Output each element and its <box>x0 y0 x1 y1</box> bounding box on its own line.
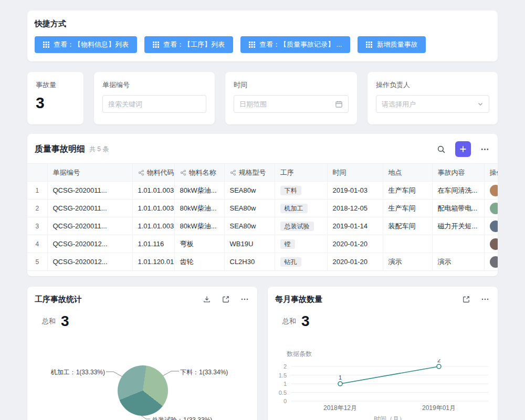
cell: 1.01.120.01 <box>132 253 174 271</box>
filter-row: 事故量 3 单据编号 时间 操作负责人 <box>27 72 498 124</box>
cell-operator <box>484 235 498 253</box>
doc-filter-card: 单据编号 <box>94 72 215 124</box>
table-row[interactable]: 5QCSG-2020012...1.01.120.01齿轮CL2H30钻孔202… <box>27 253 498 271</box>
column-header-label: 操作负责人 <box>490 168 498 177</box>
svg-text:0: 0 <box>284 398 287 404</box>
svg-text:2018年12月: 2018年12月 <box>323 404 357 412</box>
column-header-label: 地点 <box>388 168 402 177</box>
calendar-icon[interactable] <box>335 100 343 108</box>
shortcut-button-label: 查看：【物料信息】列表 <box>54 40 129 49</box>
process-tag: 钻孔 <box>280 257 301 267</box>
grid-icon <box>153 41 159 48</box>
cell-operator <box>484 200 498 217</box>
shortcut-button[interactable]: 查看：【工序】列表 <box>144 36 233 53</box>
pie-chart-card: 工序事故统计 总和 3 机加工：1(33.33%) 下料： <box>27 287 257 420</box>
cell: 装配车间 <box>383 217 432 235</box>
column-header[interactable]: 操作负责人 <box>484 164 498 182</box>
avatar <box>490 185 498 196</box>
download-button[interactable] <box>202 294 212 304</box>
cell <box>432 235 484 253</box>
expand-button[interactable] <box>461 294 471 304</box>
cell: 配电箱带电... <box>432 200 484 217</box>
line-total-row: 总和 3 <box>282 314 490 329</box>
table-body: 1QCSG-2020011...1.01.01.00380kW柴油...SEA8… <box>27 182 498 271</box>
doc-filter-label: 单据编号 <box>102 80 206 90</box>
charts-row: 工序事故统计 总和 3 机加工：1(33.33%) 下料： <box>27 287 498 420</box>
search-button[interactable] <box>436 144 447 155</box>
shortcuts-card: 快捷方式 查看：【物料信息】列表 查看：【工序】列表 查看：【质量事故记录】 .… <box>27 10 498 61</box>
cell: 生产车间 <box>383 182 432 200</box>
column-header[interactable]: 工序 <box>275 164 327 182</box>
line-chart-card: 每月事故数量 总和 3 数据条数 00.511.52122018年12月2019… <box>268 287 498 420</box>
cell: 弯板 <box>174 235 224 253</box>
svg-text:2: 2 <box>284 363 287 370</box>
more-button[interactable] <box>479 144 490 155</box>
relation-icon <box>230 170 236 176</box>
user-select-input[interactable] <box>382 100 474 108</box>
cell: 80kW柴油... <box>174 182 224 200</box>
column-header[interactable]: 物料名称 <box>174 164 224 182</box>
shortcut-button-label: 查看：【质量事故记录】 ... <box>259 40 342 49</box>
pie-label: 总装试验：1(33.33%) <box>152 416 212 420</box>
cell: 在车间清洗... <box>432 182 484 200</box>
shortcut-button[interactable]: 查看：【质量事故记录】 ... <box>240 36 350 53</box>
svg-text:2: 2 <box>437 359 440 363</box>
column-header[interactable]: 规格型号 <box>224 164 275 182</box>
table-row[interactable]: 4QCSG-2020012...1.01.116弯板WB19U镗2020-01-… <box>27 235 498 253</box>
pie-chart[interactable] <box>118 365 168 416</box>
table-row[interactable]: 1QCSG-2020011...1.01.01.00380kW柴油...SEA8… <box>27 182 498 200</box>
svg-text:2019年01月: 2019年01月 <box>422 404 456 412</box>
expand-icon <box>462 295 470 303</box>
records-table: 单据编号 物料代码 物料名称 规格型号工序时间地点事故内容操作负责人 1QCSG… <box>27 163 498 271</box>
cell: 2019-01-14 <box>327 217 383 235</box>
column-header[interactable]: 时间 <box>327 164 383 182</box>
row-index: 2 <box>27 200 47 217</box>
column-header[interactable] <box>27 164 47 182</box>
more-button[interactable] <box>239 294 250 304</box>
svg-text:时间（月）: 时间（月） <box>374 415 405 420</box>
table-row[interactable]: 2QCSG-2020011...1.01.01.00380kW柴油...SEA8… <box>27 200 498 217</box>
cell: CL2H30 <box>224 253 275 271</box>
date-range-input[interactable] <box>239 100 332 108</box>
shortcut-button-label: 查看：【工序】列表 <box>163 40 225 49</box>
cell-operator <box>484 217 498 235</box>
cell-process: 总装试验 <box>275 217 327 235</box>
cell: SEA80w <box>224 217 275 235</box>
cell: 演示 <box>432 253 484 271</box>
time-filter-card: 时间 <box>225 72 357 124</box>
column-header[interactable]: 事故内容 <box>432 164 484 182</box>
relation-icon <box>138 170 144 176</box>
total-label: 总和 <box>42 317 56 329</box>
line-chart-svg: 00.511.52122018年12月2019年01月时间（月） <box>268 359 498 420</box>
expand-button[interactable] <box>220 294 231 304</box>
cell: 1.01.01.003 <box>132 217 174 235</box>
cell-process: 镗 <box>275 235 327 253</box>
add-record-button[interactable] <box>455 141 471 157</box>
user-select-box[interactable] <box>376 95 489 113</box>
cell: QCSG-2020011... <box>47 200 132 217</box>
total-value: 3 <box>61 314 69 329</box>
cell: SEA80w <box>224 200 275 217</box>
line-chart-actions <box>461 294 490 304</box>
table-actions <box>436 141 490 157</box>
table-header-row: 单据编号 物料代码 物料名称 规格型号工序时间地点事故内容操作负责人 <box>27 164 498 182</box>
cell: QCSG-2020011... <box>47 182 132 200</box>
cell-process: 钻孔 <box>275 253 327 271</box>
cell: 2019-01-03 <box>327 182 383 200</box>
download-icon <box>203 295 211 303</box>
shortcut-button[interactable]: 查看：【物料信息】列表 <box>35 36 137 53</box>
shortcut-button[interactable]: 新增质量事故 <box>358 36 426 53</box>
operator-filter-label: 操作负责人 <box>376 80 489 90</box>
pie-label: 机加工：1(33.33%) <box>51 368 105 377</box>
svg-text:1: 1 <box>284 381 287 387</box>
svg-text:0.5: 0.5 <box>279 390 287 396</box>
table-row[interactable]: 3QCSG-2020011...1.01.01.00380kW柴油...SEA8… <box>27 217 498 235</box>
doc-search-input[interactable] <box>108 100 201 108</box>
column-header-label: 物料名称 <box>189 168 216 177</box>
column-header[interactable]: 地点 <box>383 164 432 182</box>
column-header[interactable]: 单据编号 <box>47 164 132 182</box>
more-button[interactable] <box>480 294 490 304</box>
process-tag: 总装试验 <box>280 222 314 231</box>
column-header[interactable]: 物料代码 <box>132 164 174 182</box>
cell-process: 下料 <box>275 182 327 200</box>
